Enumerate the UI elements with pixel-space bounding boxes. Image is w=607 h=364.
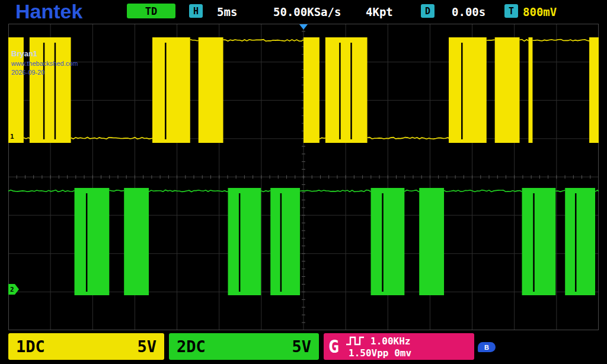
generator-readout: 1.00KHz 1.50Vpp 0mv <box>345 334 411 359</box>
horizontal-offset-value: 0.00s <box>452 5 485 18</box>
trigger-menu-icon: T <box>504 4 518 18</box>
channel1-scale-value: 5V <box>137 337 156 356</box>
horizontal-menu-icon: H <box>189 4 203 18</box>
trigger-position-marker <box>299 24 308 30</box>
channel1-coupling-label: 1DC <box>16 337 45 356</box>
channel2-info-box: 2DC 5V <box>169 333 319 360</box>
channel2-scale-value: 5V <box>292 337 311 356</box>
record-length-value: 4Kpt <box>366 5 393 18</box>
scope-graticule-and-traces: 12 <box>8 24 599 330</box>
generator-label: G <box>328 336 339 357</box>
generator-amplitude: 1.50Vpp 0mv <box>349 347 411 359</box>
channel1-info-box: 1DC 5V <box>8 333 164 360</box>
oscilloscope-screen-capture: Hantek TD H 5ms 50.00KSa/s 4Kpt D 0.00s … <box>0 0 607 364</box>
waveform-display: 12 Bryan1 www.thebackshed.com 2026-09-20 <box>8 24 599 330</box>
channel-marker-label: 2 <box>10 286 14 293</box>
channel2-coupling-label: 2DC <box>177 337 206 356</box>
sample-rate-value: 50.00KSa/s <box>273 5 341 18</box>
acquisition-mode-badge: TD <box>127 4 175 18</box>
channel-marker-label: 1 <box>10 133 14 141</box>
square-wave-icon <box>345 334 365 347</box>
timebase-value: 5ms <box>217 5 237 18</box>
generator-frequency: 1.00KHz <box>370 336 410 347</box>
usb-device-icon: B <box>478 342 496 352</box>
trace-ch1: 1 <box>8 37 599 143</box>
generator-info-box: G 1.00KHz 1.50Vpp 0mv <box>324 333 474 360</box>
delay-menu-icon: D <box>421 4 435 18</box>
trigger-level-value: 800mV <box>523 5 557 18</box>
hantek-logo: Hantek <box>15 0 82 23</box>
